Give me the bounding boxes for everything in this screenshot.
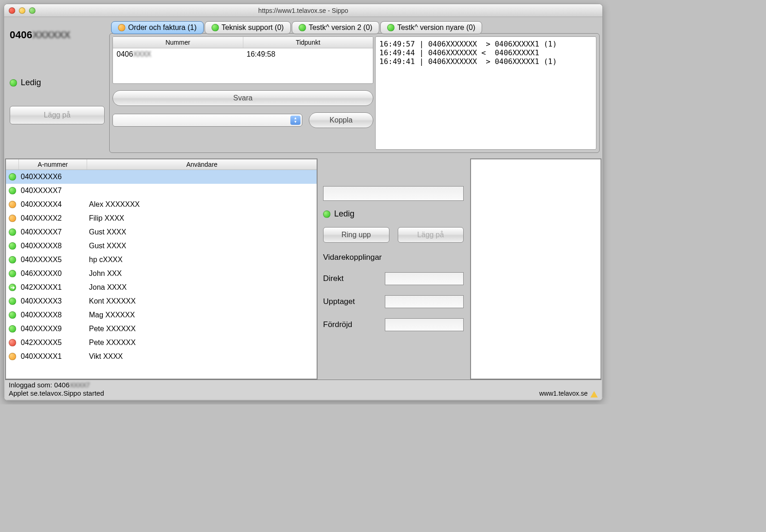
- window-title: https://www1.telavox.se - Sippo: [4, 7, 602, 14]
- queue-tab[interactable]: Testk^ version nyare (0): [380, 21, 482, 34]
- col-header-nummer[interactable]: Nummer: [113, 37, 243, 48]
- answer-button[interactable]: Svara: [112, 90, 373, 106]
- user-name: hp cXXXX: [87, 256, 317, 264]
- user-status-cell: [6, 353, 19, 360]
- user-name: Filip XXXX: [87, 214, 317, 222]
- user-row[interactable]: 040XXXXX9Pete XXXXXX: [6, 322, 317, 336]
- bottom-area: A-nummer Användare 040XXXXX6040XXXXX7040…: [5, 158, 601, 380]
- queue-tab-label: Order och faktura (1): [128, 23, 197, 32]
- user-name: Gust XXXX: [87, 242, 317, 250]
- fwd-input-delayed[interactable]: [385, 318, 464, 331]
- logged-in-prefix: Inloggad som: 0406: [9, 381, 70, 389]
- call-log: 16:49:57 | 0406XXXXXXX > 0406XXXXX1 (1) …: [375, 36, 596, 150]
- transfer-row: ▲▼ Koppla: [112, 112, 373, 128]
- user-row[interactable]: 040XXXXX2Filip XXXX: [6, 211, 317, 225]
- call-time: 16:49:58: [243, 48, 373, 60]
- user-row[interactable]: 040XXXXX3Kont XXXXXX: [6, 294, 317, 308]
- col-header-anvandare[interactable]: Användare: [87, 159, 317, 170]
- user-status-icon: [9, 228, 16, 236]
- user-anummer: 040XXXXX8: [19, 242, 87, 250]
- user-status-cell: [6, 339, 19, 346]
- call-row[interactable]: 0406XXXX16:49:58: [113, 48, 373, 60]
- warning-icon[interactable]: [590, 391, 598, 398]
- right-blank-panel: [470, 158, 601, 380]
- fwd-label-busy: Upptaget: [323, 297, 378, 306]
- user-name: Vikt XXXX: [87, 352, 317, 361]
- statusbar-applet: Applet se.telavox.Sippo started: [9, 389, 104, 398]
- user-status-icon: [9, 201, 16, 208]
- user-row[interactable]: 040XXXXX7: [6, 184, 317, 198]
- incoming-call-table: Nummer Tidpunkt 0406XXXX16:49:58: [112, 36, 373, 84]
- queue-status-icon: [387, 24, 395, 31]
- user-row[interactable]: 042XXXXX5Pete XXXXXX: [6, 336, 317, 350]
- status-dot-icon: [10, 79, 17, 87]
- user-status-icon: [9, 311, 16, 319]
- user-anummer: 042XXXXX5: [19, 339, 87, 347]
- detail-name-field[interactable]: [323, 186, 464, 201]
- user-row[interactable]: 040XXXXX1Vikt XXXX: [6, 350, 317, 363]
- transfer-target-select[interactable]: ▲▼: [112, 114, 302, 127]
- statusbar-right: www1.telavox.se: [539, 381, 598, 398]
- queue-tab[interactable]: Order och faktura (1): [111, 21, 204, 34]
- user-anummer: 042XXXXX1: [19, 283, 87, 292]
- detail-buttons: Ring upp Lägg på: [323, 227, 464, 243]
- user-anummer: 040XXXXX3: [19, 297, 87, 305]
- user-row[interactable]: 040XXXXX5hp cXXXX: [6, 253, 317, 267]
- queue-tab[interactable]: Teknisk support (0): [205, 21, 291, 34]
- statusbar-left: Inloggad som: 0406XXXX7 Applet se.telavo…: [9, 381, 104, 398]
- logged-in-obscured: XXXX7: [70, 381, 89, 389]
- user-status-icon: [9, 298, 16, 305]
- user-status-icon: [9, 339, 16, 346]
- user-status-icon: [9, 353, 16, 360]
- statusbar-host: www1.telavox.se: [539, 389, 588, 398]
- fwd-input-busy[interactable]: [385, 295, 464, 308]
- user-status-icon: [9, 173, 16, 181]
- user-name: Alex XXXXXXX: [87, 200, 317, 209]
- detail-hangup-button[interactable]: Lägg på: [398, 227, 464, 243]
- caller-number: 0406XXXXXX: [10, 29, 105, 41]
- col-header-status[interactable]: [6, 159, 19, 170]
- col-header-tidpunkt[interactable]: Tidpunkt: [243, 37, 373, 48]
- user-name: Mag XXXXXX: [87, 311, 317, 319]
- fwd-input-direct[interactable]: [385, 272, 464, 285]
- user-detail-panel: Ledig Ring upp Lägg på Vidarekopplingar …: [318, 158, 469, 380]
- detail-status: Ledig: [323, 209, 464, 219]
- user-status-cell: [6, 201, 19, 208]
- user-name: John XXX: [87, 269, 317, 278]
- agent-status-label: Ledig: [21, 78, 41, 88]
- forwarding-title: Vidarekopplingar: [323, 253, 464, 262]
- top-area: 0406XXXXXX Ledig Lägg på Order och faktu…: [5, 18, 601, 155]
- user-name: Jona XXXX: [87, 283, 317, 292]
- statusbar-logged-in: Inloggad som: 0406XXXX7: [9, 381, 104, 389]
- tab-body: Nummer Tidpunkt 0406XXXX16:49:58 Svara ▲…: [109, 33, 600, 153]
- statusbar: Inloggad som: 0406XXXX7 Applet se.telavo…: [5, 380, 601, 399]
- caller-number-prefix: 0406: [10, 29, 32, 41]
- splitter[interactable]: [5, 155, 601, 158]
- fwd-label-delayed: Fördröjd: [323, 320, 378, 329]
- user-name: Gust XXXX: [87, 228, 317, 236]
- user-row[interactable]: 040XXXXX6: [6, 170, 317, 184]
- user-anummer: 040XXXXX4: [19, 200, 87, 209]
- col-header-anummer[interactable]: A-nummer: [19, 159, 87, 170]
- user-anummer: 040XXXXX6: [19, 173, 87, 181]
- hangup-button[interactable]: Lägg på: [10, 106, 105, 124]
- transfer-button[interactable]: Koppla: [309, 112, 373, 128]
- call-button[interactable]: Ring upp: [323, 227, 389, 243]
- user-status-icon: [9, 256, 16, 263]
- queue-tab-label: Testk^ version nyare (0): [397, 23, 475, 32]
- user-anummer: 040XXXXX2: [19, 214, 87, 222]
- user-row[interactable]: 040XXXXX4Alex XXXXXXX: [6, 198, 317, 211]
- user-status-icon: [9, 325, 16, 333]
- user-row[interactable]: ➔042XXXXX1Jona XXXX: [6, 281, 317, 294]
- user-status-cell: [6, 242, 19, 250]
- user-row[interactable]: 040XXXXX8Gust XXXX: [6, 239, 317, 253]
- queue-tab[interactable]: Testk^ version 2 (0): [292, 21, 379, 34]
- titlebar: https://www1.telavox.se - Sippo: [4, 4, 602, 17]
- user-table-body[interactable]: 040XXXXX6040XXXXX7040XXXXX4Alex XXXXXXX0…: [6, 170, 317, 379]
- user-status-cell: [6, 325, 19, 333]
- user-row[interactable]: 046XXXXX0John XXX: [6, 267, 317, 281]
- user-anummer: 040XXXXX5: [19, 256, 87, 264]
- user-row[interactable]: 040XXXXX8Mag XXXXXX: [6, 308, 317, 322]
- call-table-header: Nummer Tidpunkt: [113, 37, 373, 48]
- user-row[interactable]: 040XXXXX7Gust XXXX: [6, 225, 317, 239]
